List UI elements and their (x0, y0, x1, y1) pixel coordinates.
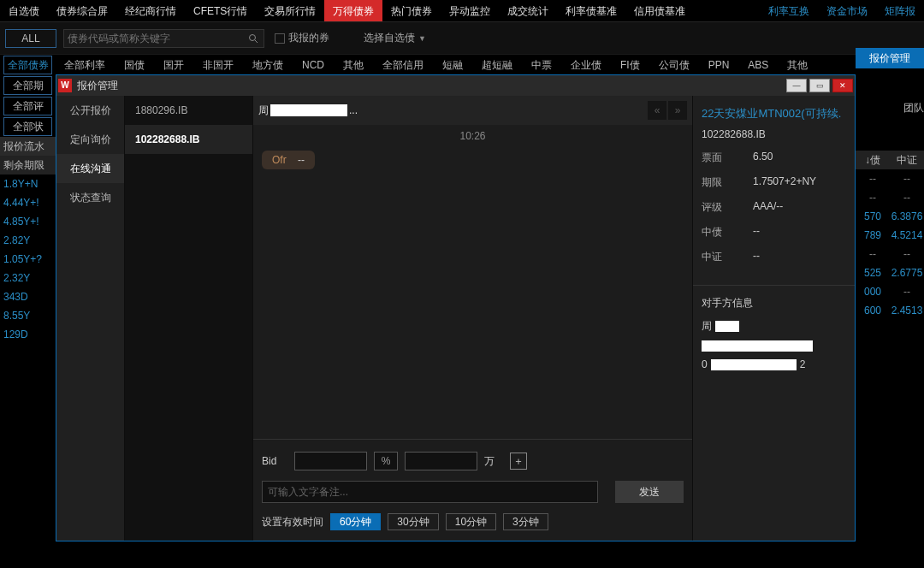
col-header[interactable]: 中证 (890, 151, 924, 169)
topnav-tab[interactable]: 成交统计 (499, 0, 557, 21)
minimize-button[interactable]: — (786, 79, 807, 92)
filter-tab[interactable]: 其他 (779, 56, 816, 75)
left-row[interactable]: 2.32Y (0, 269, 56, 287)
prev-arrow-icon[interactable]: « (648, 101, 666, 120)
next-arrow-icon[interactable]: » (668, 101, 687, 120)
col-header[interactable]: ↓债 (856, 151, 890, 169)
percent-button[interactable]: % (374, 452, 398, 470)
left-row[interactable]: 1.05Y+? (0, 250, 56, 269)
topnav-tab[interactable]: 热门债券 (382, 0, 441, 21)
bid-amount-input[interactable] (405, 452, 477, 470)
modal-nav-item[interactable]: 公开报价 (56, 96, 124, 125)
cp-phone-prefix: 0 (702, 358, 708, 370)
topnav-tab[interactable]: 利率债基准 (557, 0, 625, 21)
cp-name-prefix: 周 (702, 319, 712, 334)
left-row[interactable]: 129D (0, 325, 56, 344)
all-button[interactable]: ALL (5, 29, 56, 48)
send-button[interactable]: 发送 (615, 481, 684, 503)
filter-tab[interactable]: 全部利率 (56, 56, 114, 75)
bond-list-item[interactable]: 1880296.IB (125, 96, 252, 125)
topnav-tab[interactable]: 信用债基准 (625, 0, 694, 21)
checkbox-icon[interactable] (275, 33, 285, 44)
bond-list-item-active[interactable]: 102282688.IB (125, 125, 252, 154)
time-option[interactable]: 10分钟 (446, 513, 496, 530)
filter-tab[interactable]: 企业债 (562, 56, 610, 75)
left-row[interactable]: 343D (0, 287, 56, 306)
modal-nav-item-active[interactable]: 在线沟通 (56, 154, 124, 183)
svg-line-1 (255, 40, 258, 43)
my-quotes-checkbox[interactable]: 我报的券 (275, 31, 329, 45)
search-input[interactable] (68, 33, 248, 44)
left-row[interactable]: 2.82Y (0, 231, 56, 250)
time-option[interactable]: 60分钟 (330, 513, 381, 530)
filter-tab[interactable]: PPN (700, 56, 738, 74)
bid-price-input[interactable] (294, 452, 367, 470)
topnav-tab-active[interactable]: 万得债券 (324, 0, 382, 21)
cell: 525 (856, 263, 890, 282)
filter-tab[interactable]: 国开 (155, 56, 192, 75)
left-row[interactable]: 4.44Y+! (0, 193, 56, 212)
filter-all-bonds[interactable]: 全部债券 (3, 56, 52, 74)
filter-left-btn[interactable]: 全部期 (3, 76, 52, 95)
filter-tab[interactable]: 超短融 (473, 56, 521, 75)
left-row[interactable]: 4.85Y+! (0, 212, 56, 231)
filter-tab[interactable]: 全部信用 (374, 56, 432, 75)
topnav-tab[interactable]: 债券综合屏 (48, 0, 116, 21)
close-button[interactable]: ✕ (832, 79, 853, 92)
topnav-right-link[interactable]: 资金市场 (818, 0, 876, 21)
time-option[interactable]: 30分钟 (388, 513, 438, 530)
modal-detail-panel: 22天安煤业MTN002(可持续. 102282688.IB 票面6.50 期限… (692, 96, 855, 541)
filter-tab[interactable]: FI债 (612, 56, 649, 75)
modal-nav-item[interactable]: 定向询价 (56, 125, 124, 154)
cell: -- (856, 188, 890, 207)
filter-left-btn[interactable]: 全部评 (3, 97, 52, 115)
cell: -- (890, 169, 924, 188)
filter-tab[interactable]: 地方债 (244, 56, 292, 75)
filter-left-btn[interactable]: 全部状 (3, 117, 52, 136)
modal-nav-item[interactable]: 状态查询 (56, 183, 124, 212)
filter-left-buttons: 全部债券 全部期 全部评 全部状 (0, 55, 56, 137)
bond-name: 22天安煤业MTN002(可持续. (702, 106, 846, 121)
cell: 789 (856, 226, 890, 245)
contact-prefix: 周 (258, 104, 269, 118)
topnav-right-link[interactable]: 利率互换 (760, 0, 818, 21)
filter-tab[interactable]: 其他 (335, 56, 372, 75)
modal-titlebar[interactable]: W 报价管理 — ▭ ✕ (56, 75, 855, 96)
filter-tab[interactable]: 非国开 (194, 56, 242, 75)
topnav-tab[interactable]: 交易所行情 (256, 0, 324, 21)
filter-tab[interactable]: ABS (739, 56, 777, 74)
search-box[interactable] (63, 29, 264, 48)
time-option[interactable]: 3分钟 (503, 513, 548, 530)
add-row-button[interactable]: ＋ (510, 453, 527, 470)
topnav-tab[interactable]: 自选债 (0, 0, 48, 21)
maximize-button[interactable]: ▭ (809, 79, 830, 92)
watchlist-select[interactable]: 选择自选债 ▼ (364, 31, 426, 45)
quote-manage-button[interactable]: 报价管理 (856, 48, 924, 68)
modal-bond-list: 1880296.IB 102282688.IB (125, 96, 253, 541)
topnav-right-link[interactable]: 矩阵报 (876, 0, 924, 21)
field-value: AAA/-- (753, 200, 783, 215)
redacted-mask (270, 104, 347, 116)
topnav-tab[interactable]: 异动监控 (441, 0, 499, 21)
modal-nav: 公开报价 定向询价 在线沟通 状态查询 (56, 96, 125, 541)
filter-tab[interactable]: 国债 (116, 56, 153, 75)
cell: 6.3876 (890, 207, 924, 226)
topnav-tab[interactable]: 经纪商行情 (116, 0, 185, 21)
bubble-label: Ofr (272, 154, 287, 166)
left-row[interactable]: 8.55Y (0, 306, 56, 325)
checkbox-label: 我报的券 (288, 31, 329, 45)
search-icon[interactable] (248, 33, 260, 44)
cp-phone-suffix: 2 (800, 358, 806, 370)
left-header: 报价流水 (0, 137, 56, 156)
filter-tab[interactable]: NCD (293, 56, 333, 74)
field-key: 票面 (702, 151, 753, 165)
remark-input[interactable]: 可输入文字备注... (262, 481, 598, 503)
bond-code: 102282688.IB (702, 128, 846, 140)
filter-tab[interactable]: 短融 (434, 56, 471, 75)
filter-tab[interactable]: 公司债 (650, 56, 698, 75)
valid-time-label: 设置有效时间 (262, 515, 323, 530)
left-row[interactable]: 1.8Y+N (0, 175, 56, 193)
filter-tab[interactable]: 中票 (523, 56, 560, 75)
topnav-tab[interactable]: CFETS行情 (185, 0, 256, 21)
chat-area[interactable]: 10:26 Ofr -- (253, 125, 692, 439)
